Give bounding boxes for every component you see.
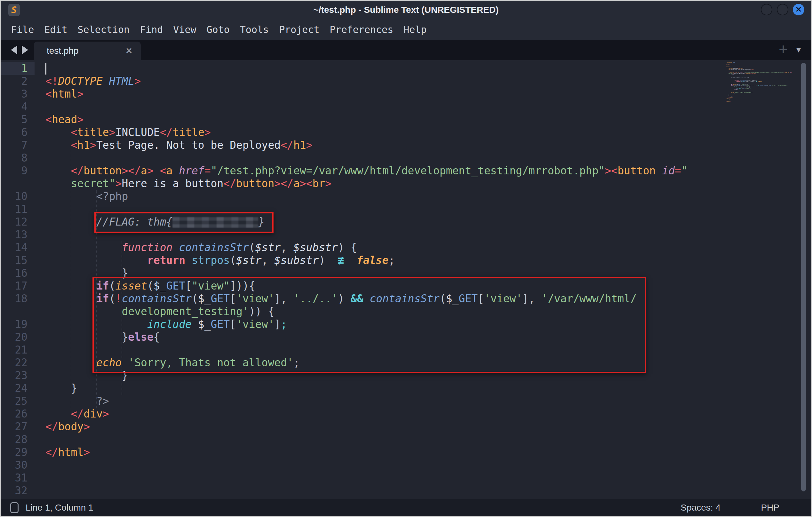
line-number: 10 xyxy=(1,190,34,203)
tab-bar: test.php ✕ + ▼ xyxy=(1,40,811,60)
code-editor[interactable]: 1234567891011121314151617181920212223242… xyxy=(1,60,811,499)
close-button[interactable]: ✕ xyxy=(793,4,804,16)
code-line[interactable]: </body> xyxy=(726,98,730,99)
line-number: 21 xyxy=(1,344,34,356)
sublime-window: S ~/test.php - Sublime Text (UNREGISTERE… xyxy=(0,0,812,517)
code-line[interactable]: <html> xyxy=(726,64,730,65)
minimap[interactable]: <!DOCTYPE HTML><html><head> <title>INCLU… xyxy=(726,61,804,115)
minimap-content: <!DOCTYPE HTML><html><head> <title>INCLU… xyxy=(726,61,802,111)
menu-project[interactable]: Project xyxy=(274,24,324,35)
line-number: 1 xyxy=(1,62,34,75)
line-number: 29 xyxy=(1,446,34,459)
menu-help[interactable]: Help xyxy=(398,24,432,35)
tab-test-php[interactable]: test.php ✕ xyxy=(34,41,141,60)
line-number: 5 xyxy=(1,113,34,126)
code-line[interactable]: //FLAG: thm{} xyxy=(726,77,749,78)
code-line[interactable]: <h1>Test Page. Not to be Deployed</h1> xyxy=(46,139,313,152)
line-number: 18 xyxy=(1,292,34,305)
line-number: 13 xyxy=(1,228,34,241)
menu-selection[interactable]: Selection xyxy=(72,24,135,35)
line-number: 16 xyxy=(1,267,34,280)
code-line[interactable]: </body> xyxy=(46,421,90,433)
line-number xyxy=(1,305,34,318)
line-number: 2 xyxy=(1,75,34,88)
window-title: ~/test.php - Sublime Text (UNREGISTERED) xyxy=(1,1,811,19)
line-number: 28 xyxy=(1,433,34,446)
line-number: 9 xyxy=(1,165,34,177)
line-number: 15 xyxy=(1,254,34,267)
caret-position-status[interactable]: Line 1, Column 1 xyxy=(26,502,93,513)
line-number: 27 xyxy=(1,421,34,433)
code-line[interactable]: <title>INCLUDE</title> xyxy=(46,126,211,139)
menu-tools[interactable]: Tools xyxy=(235,24,274,35)
line-number: 14 xyxy=(1,241,34,254)
menu-find[interactable]: Find xyxy=(135,24,168,35)
code-line[interactable]: <?php xyxy=(46,190,128,203)
line-number: 24 xyxy=(1,382,34,395)
app-logo-icon: S xyxy=(8,4,20,16)
code-line[interactable]: <head> xyxy=(46,113,84,126)
line-number: 30 xyxy=(1,459,34,471)
line-number: 3 xyxy=(1,88,34,100)
line-number: 20 xyxy=(1,331,34,344)
line-number: 11 xyxy=(1,203,34,216)
code-line[interactable]: ?> xyxy=(46,395,109,408)
code-line[interactable]: </html> xyxy=(726,101,730,102)
code-line[interactable]: function containsStr($str, $substr) { xyxy=(46,241,357,254)
line-number: 26 xyxy=(1,408,34,421)
code-line[interactable]: </button></a> <a href="/test.php?view=/v… xyxy=(46,165,688,177)
line-number: 31 xyxy=(1,471,34,484)
sidebar-toggle-icon[interactable] xyxy=(10,502,19,513)
syntax-selector[interactable]: PHP xyxy=(761,502,779,513)
maximize-button[interactable] xyxy=(777,4,788,16)
code-line[interactable]: </div> xyxy=(46,408,109,421)
tab-prev-icon[interactable] xyxy=(11,46,17,54)
new-tab-icon[interactable]: + xyxy=(779,40,788,58)
line-number: 7 xyxy=(1,139,34,152)
tab-overflow-icon[interactable]: ▼ xyxy=(795,46,803,54)
titlebar: S ~/test.php - Sublime Text (UNREGISTERE… xyxy=(1,1,811,19)
line-number: 32 xyxy=(1,484,34,497)
tab-label: test.php xyxy=(47,46,79,56)
line-number: 4 xyxy=(1,100,34,113)
code-line[interactable]: return strpos($str, $substr) ≢ false; xyxy=(46,254,395,267)
close-icon: ✕ xyxy=(795,5,802,14)
redacted-flag xyxy=(739,77,748,78)
tab-close-icon[interactable]: ✕ xyxy=(125,46,133,56)
code-line[interactable]: secret">Here is a button</button></a><br… xyxy=(46,177,331,190)
code-line[interactable]: <?php xyxy=(726,74,734,76)
line-number: 22 xyxy=(1,356,34,369)
code-line[interactable]: <h1>Test Page. Not to be Deployed</h1> xyxy=(726,69,754,70)
vertical-scrollbar[interactable] xyxy=(801,63,806,491)
code-line[interactable]: } xyxy=(46,382,77,395)
line-number: 12 xyxy=(1,216,34,228)
code-line[interactable]: </html> xyxy=(46,446,90,459)
menu-view[interactable]: View xyxy=(168,24,201,35)
line-number: 19 xyxy=(1,318,34,331)
line-number xyxy=(1,177,34,190)
indent-setting[interactable]: Spaces: 4 xyxy=(680,502,721,513)
menu-goto[interactable]: Goto xyxy=(202,24,235,35)
flag-highlight-box xyxy=(94,212,273,233)
code-line[interactable]: }else{ xyxy=(726,89,738,90)
menu-edit[interactable]: Edit xyxy=(39,24,72,35)
line-number: 25 xyxy=(1,395,34,408)
menu-file[interactable]: File xyxy=(6,24,39,35)
tab-next-icon[interactable] xyxy=(22,46,28,54)
line-number: 6 xyxy=(1,126,34,139)
line-number: 23 xyxy=(1,369,34,382)
text-caret xyxy=(46,63,47,75)
line-number: 8 xyxy=(1,152,34,165)
minimize-button[interactable] xyxy=(761,4,772,16)
menubar: FileEditSelectionFindViewGotoToolsProjec… xyxy=(1,19,811,40)
code-highlight-box xyxy=(92,277,646,373)
window-controls: ✕ xyxy=(761,4,804,16)
status-bar: Line 1, Column 1 Spaces: 4 PHP xyxy=(1,499,811,516)
code-line[interactable]: <!DOCTYPE HTML> xyxy=(46,75,141,88)
line-number: 17 xyxy=(1,280,34,292)
code-line[interactable]: <html> xyxy=(46,88,84,100)
menu-preferences[interactable]: Preferences xyxy=(325,24,399,35)
